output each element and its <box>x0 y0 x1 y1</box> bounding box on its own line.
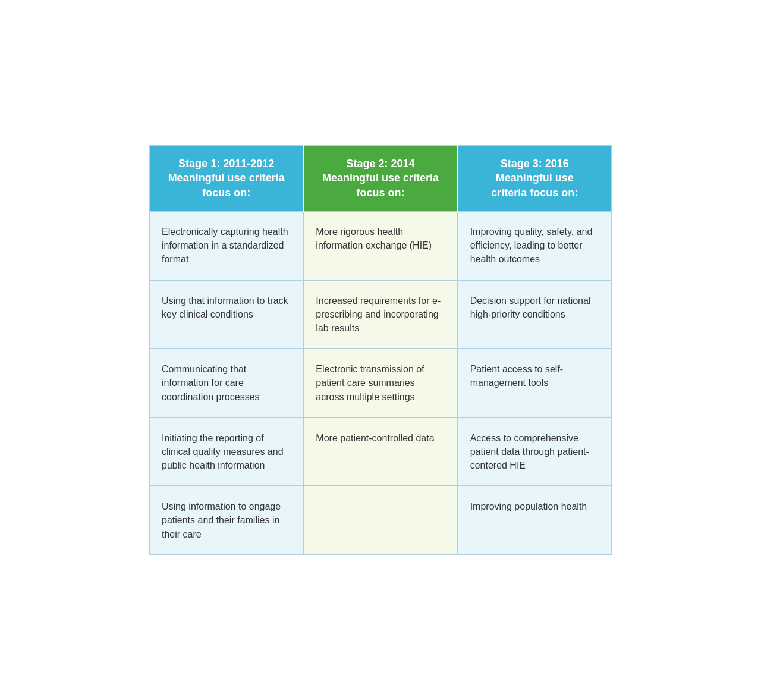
row-3-stage2-cell: Electronic transmission of patient care … <box>303 349 457 418</box>
stage1-header-title: Stage 1: 2011-2012 <box>178 158 274 169</box>
row-4-stage1-cell: Initiating the reporting of clinical qua… <box>149 418 303 486</box>
table-row: Using information to engage patients and… <box>149 486 612 555</box>
table-row: Initiating the reporting of clinical qua… <box>149 418 612 486</box>
stage3-header: Stage 3: 2016 Meaningful usecriteria foc… <box>458 145 612 211</box>
row-3-stage3-cell: Patient access to self-management tools <box>458 349 612 418</box>
row-5-stage3-cell: Improving population health <box>458 486 612 555</box>
stage2-header: Stage 2: 2014 Meaningful use criteria fo… <box>303 145 457 211</box>
table-row: Using that information to track key clin… <box>149 280 612 349</box>
stage1-header-subtitle: Meaningful use criteria focus on: <box>168 172 285 198</box>
row-1-stage1-cell: Electronically capturing health informat… <box>149 211 303 280</box>
row-5-stage2-cell <box>303 486 457 555</box>
row-2-stage1-cell: Using that information to track key clin… <box>149 280 303 349</box>
row-2-stage2-cell: Increased requirements for e-prescribing… <box>303 280 457 349</box>
table-row: Communicating that information for care … <box>149 349 612 418</box>
stage3-header-subtitle: Meaningful usecriteria focus on: <box>491 172 578 198</box>
row-4-stage2-cell: More patient-controlled data <box>303 418 457 486</box>
stage2-header-subtitle: Meaningful use criteria focus on: <box>322 172 439 198</box>
stage3-header-title: Stage 3: 2016 <box>501 158 569 169</box>
comparison-table: Stage 1: 2011-2012 Meaningful use criter… <box>149 145 612 555</box>
row-3-stage1-cell: Communicating that information for care … <box>149 349 303 418</box>
row-5-stage1-cell: Using information to engage patients and… <box>149 486 303 555</box>
row-1-stage2-cell: More rigorous health information exchang… <box>303 211 457 280</box>
table-row: Electronically capturing health informat… <box>149 211 612 280</box>
stage1-header: Stage 1: 2011-2012 Meaningful use criter… <box>149 145 303 211</box>
row-1-stage3-cell: Improving quality, safety, and efficienc… <box>458 211 612 280</box>
row-4-stage3-cell: Access to comprehensive patient data thr… <box>458 418 612 486</box>
row-2-stage3-cell: Decision support for national high-prior… <box>458 280 612 349</box>
stage2-header-title: Stage 2: 2014 <box>346 158 414 169</box>
